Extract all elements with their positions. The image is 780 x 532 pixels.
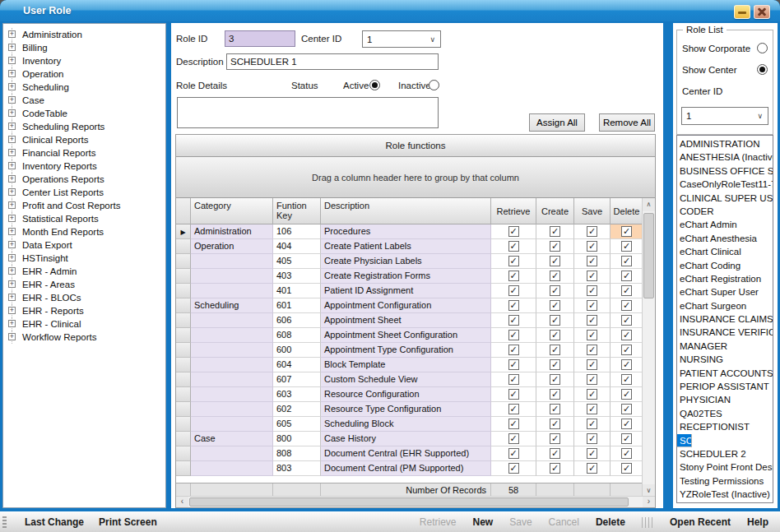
row-selector[interactable] bbox=[176, 387, 191, 402]
role-list-item-physician[interactable]: PHYSICIAN bbox=[677, 393, 773, 406]
expand-plus-icon[interactable]: + bbox=[8, 267, 16, 275]
role-list-center-id-select[interactable]: 1 ∨ bbox=[681, 107, 768, 125]
expand-plus-icon[interactable]: + bbox=[8, 149, 16, 156]
expand-plus-icon[interactable]: + bbox=[8, 215, 16, 222]
expand-plus-icon[interactable]: + bbox=[8, 320, 16, 327]
description-cell[interactable]: Create Patient Labels bbox=[321, 239, 491, 254]
tree-item-codetable[interactable]: + CodeTable bbox=[3, 107, 165, 120]
retrieve-checkbox[interactable]: ✓ bbox=[491, 358, 536, 372]
delete-checkbox[interactable]: ✓ bbox=[611, 239, 643, 254]
statusbar-button-new[interactable]: New bbox=[473, 516, 494, 528]
save-checkbox[interactable]: ✓ bbox=[574, 239, 611, 254]
table-row[interactable]: 608 Appointment Sheet Configuration ✓ ✓ … bbox=[176, 328, 643, 343]
tree-item-inventory-reports[interactable]: + Inventory Reports bbox=[3, 160, 165, 173]
category-column-header[interactable]: Category bbox=[191, 198, 273, 224]
create-checkbox[interactable]: ✓ bbox=[536, 417, 574, 432]
expand-plus-icon[interactable]: + bbox=[8, 333, 16, 340]
description-cell[interactable]: Custom Schedule View bbox=[321, 372, 491, 387]
function-key-cell[interactable]: 401 bbox=[273, 284, 321, 298]
create-checkbox[interactable]: ✓ bbox=[536, 224, 574, 239]
tree-item-ehr-areas[interactable]: + EHR - Areas bbox=[3, 278, 165, 291]
statusbar-button-print-screen[interactable]: Print Screen bbox=[99, 516, 157, 528]
close-button[interactable] bbox=[754, 5, 770, 19]
retrieve-checkbox[interactable]: ✓ bbox=[491, 224, 536, 239]
function-key-cell[interactable]: 602 bbox=[273, 402, 321, 417]
description-cell[interactable]: Patient ID Assignment bbox=[321, 284, 491, 298]
create-checkbox[interactable]: ✓ bbox=[536, 372, 574, 387]
role-list-item-insurance-verifica[interactable]: INSURANCE VERIFICA bbox=[677, 326, 773, 339]
expand-plus-icon[interactable]: + bbox=[8, 228, 16, 235]
category-cell[interactable]: Case bbox=[191, 432, 273, 446]
role-list-item-scheduler-2[interactable]: SCHEDULER 2 bbox=[677, 447, 773, 460]
description-cell[interactable]: Create Physician Labels bbox=[321, 254, 491, 269]
create-checkbox[interactable]: ✓ bbox=[536, 313, 574, 328]
expand-plus-icon[interactable]: + bbox=[8, 188, 16, 196]
expand-plus-icon[interactable]: + bbox=[8, 294, 16, 301]
role-list-item-yzroletest-inactive[interactable]: YZRoleTest (Inactive) bbox=[677, 488, 773, 501]
create-checkbox[interactable]: ✓ bbox=[536, 298, 574, 313]
description-cell[interactable]: Appointment Sheet Configuration bbox=[321, 328, 491, 343]
retrieve-checkbox[interactable]: ✓ bbox=[491, 269, 536, 284]
description-cell[interactable]: Create Registration Forms bbox=[321, 269, 491, 284]
scroll-up-icon[interactable]: ∧ bbox=[643, 198, 655, 211]
tree-item-operations-reports[interactable]: + Operations Reports bbox=[3, 173, 165, 186]
category-cell[interactable] bbox=[191, 328, 273, 343]
tree-item-ehr-clinical[interactable]: + EHR - Clinical bbox=[3, 317, 165, 331]
role-details-textarea[interactable] bbox=[177, 97, 439, 128]
category-cell[interactable] bbox=[191, 358, 273, 372]
tree-item-workflow-reports[interactable]: + Workflow Reports bbox=[3, 331, 165, 344]
description-cell[interactable]: Appointment Configuration bbox=[321, 298, 491, 313]
expand-plus-icon[interactable]: + bbox=[8, 201, 16, 209]
description-column-header[interactable]: Description bbox=[321, 198, 491, 224]
role-list-item-echart-anesthesia[interactable]: eChart Anesthesia bbox=[677, 232, 773, 245]
create-checkbox[interactable]: ✓ bbox=[536, 387, 574, 402]
table-row[interactable]: 603 Resource Configuration ✓ ✓ ✓ ✓ bbox=[176, 387, 643, 402]
description-cell[interactable]: Block Template bbox=[321, 358, 491, 372]
function-key-cell[interactable]: 601 bbox=[273, 298, 321, 313]
delete-checkbox[interactable]: ✓ bbox=[611, 432, 643, 446]
statusbar-button-delete[interactable]: Delete bbox=[596, 516, 625, 528]
row-selector[interactable] bbox=[176, 343, 191, 358]
category-cell[interactable] bbox=[191, 372, 273, 387]
retrieve-checkbox[interactable]: ✓ bbox=[491, 417, 536, 432]
create-checkbox[interactable]: ✓ bbox=[536, 284, 574, 298]
statusbar-button-help[interactable]: Help bbox=[747, 516, 768, 528]
vertical-scroll-thumb[interactable] bbox=[643, 213, 654, 298]
category-cell[interactable] bbox=[191, 402, 273, 417]
delete-checkbox[interactable]: ✓ bbox=[611, 269, 643, 284]
tree-item-ehr-reports[interactable]: + EHR - Reports bbox=[3, 304, 165, 317]
center-id-select[interactable]: 1 ∨ bbox=[362, 30, 441, 48]
row-selector[interactable] bbox=[176, 313, 191, 328]
function-key-cell[interactable]: 106 bbox=[273, 224, 321, 239]
function-key-cell[interactable]: 603 bbox=[273, 387, 321, 402]
category-cell[interactable] bbox=[191, 284, 273, 298]
function-key-cell[interactable]: 605 bbox=[273, 417, 321, 432]
save-checkbox[interactable]: ✓ bbox=[574, 284, 611, 298]
table-row[interactable]: 808 Document Central (EHR Supported) ✓ ✓… bbox=[176, 446, 643, 461]
row-selector[interactable] bbox=[176, 417, 191, 432]
table-row[interactable]: 401 Patient ID Assignment ✓ ✓ ✓ ✓ bbox=[176, 284, 643, 298]
create-checkbox[interactable]: ✓ bbox=[536, 358, 574, 372]
titlebar[interactable]: User Role bbox=[0, 0, 780, 21]
tree-item-hstinsight[interactable]: + HSTinsight bbox=[3, 252, 165, 265]
table-row[interactable]: 606 Appointment Sheet ✓ ✓ ✓ ✓ bbox=[176, 313, 643, 328]
delete-checkbox[interactable]: ✓ bbox=[611, 372, 643, 387]
role-list-item-clinical-super-use[interactable]: CLINICAL SUPER USE bbox=[677, 192, 773, 205]
row-selector[interactable] bbox=[176, 358, 191, 372]
statusbar-button-cancel[interactable]: Cancel bbox=[549, 516, 579, 528]
tree-item-financial-reports[interactable]: + Financial Reports bbox=[3, 146, 165, 160]
category-cell[interactable] bbox=[191, 269, 273, 284]
row-selector[interactable] bbox=[176, 372, 191, 387]
tree-item-billing[interactable]: + Billing bbox=[3, 41, 165, 54]
delete-checkbox[interactable]: ✓ bbox=[611, 343, 643, 358]
description-cell[interactable]: Appointment Type Configuration bbox=[321, 343, 491, 358]
delete-checkbox[interactable]: ✓ bbox=[611, 402, 643, 417]
save-checkbox[interactable]: ✓ bbox=[574, 328, 611, 343]
expand-plus-icon[interactable]: + bbox=[8, 241, 16, 248]
tree-item-ehr-blocs[interactable]: + EHR - BLOCs bbox=[3, 291, 165, 304]
table-row[interactable]: 602 Resource Type Configuration ✓ ✓ ✓ ✓ bbox=[176, 402, 643, 417]
delete-column-header[interactable]: Delete bbox=[611, 198, 643, 224]
save-checkbox[interactable]: ✓ bbox=[574, 417, 611, 432]
function-key-column-header[interactable]: Funtion Key bbox=[273, 198, 321, 224]
retrieve-checkbox[interactable]: ✓ bbox=[491, 328, 536, 343]
